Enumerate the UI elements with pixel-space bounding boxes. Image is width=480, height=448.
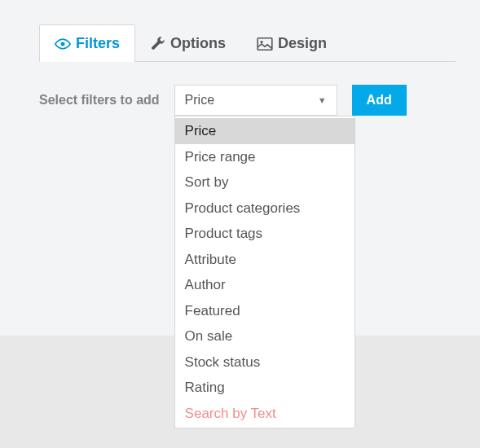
tab-filters-label: Filters [76,35,120,52]
tab-filters[interactable]: Filters [39,24,135,62]
tab-options[interactable]: Options [135,24,241,62]
filter-select[interactable]: Price ▼ [174,85,337,116]
option-product-tags[interactable]: Product tags [175,221,354,247]
image-icon [257,37,273,51]
option-sort-by[interactable]: Sort by [175,169,354,195]
filters-panel: Select filters to add Price ▼ Price Pric… [39,62,456,246]
filter-select-value: Price [185,93,214,108]
eye-icon [55,38,71,50]
option-price[interactable]: Price [175,118,354,144]
svg-point-0 [61,42,65,46]
svg-point-2 [260,41,262,43]
filter-select-dropdown: Price Price range Sort by Product catego… [174,116,355,428]
chevron-down-icon: ▼ [318,95,327,105]
wrench-icon [151,37,165,51]
svg-rect-1 [258,37,272,49]
tab-options-label: Options [170,35,226,52]
option-stock-status[interactable]: Stock status [175,349,354,376]
select-filters-label: Select filters to add [39,93,160,108]
tab-design-label: Design [278,35,327,52]
option-search-by-text[interactable]: Search by Text [175,401,354,427]
add-button[interactable]: Add [352,85,407,116]
option-price-range[interactable]: Price range [175,144,354,170]
option-attribute[interactable]: Attribute [175,247,354,273]
option-on-sale[interactable]: On sale [175,323,354,349]
tab-bar: Filters Options Design [39,24,456,62]
option-featured[interactable]: Featured [175,298,354,324]
tab-design[interactable]: Design [241,24,342,62]
option-product-categories[interactable]: Product categories [175,195,354,222]
option-rating[interactable]: Rating [175,375,354,401]
option-author[interactable]: Author [175,272,354,298]
